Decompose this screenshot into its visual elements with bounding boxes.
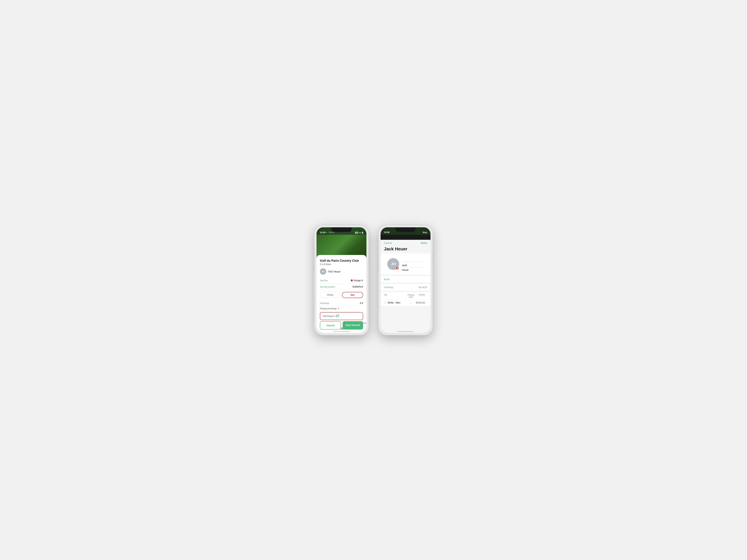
wifi-icon: ◂▸ [359,231,361,234]
playing-handicap-label: Playing handicap [320,307,337,310]
volume-up-button-2 [378,253,379,261]
signal-icon: ▐▐▐ [355,232,358,233]
detail-avatar-initials: JH [391,262,395,266]
tee-box-row[interactable]: Tee Box Rouge H [320,277,363,284]
tee-table-header: Tee Playing HCP CR/SR [384,292,427,300]
scoring-label: Scoring system [320,285,335,288]
add-players-icon [336,314,339,318]
net-button[interactable]: Net [342,292,363,298]
mute-button-2 [378,246,379,251]
status-time: 10:00 [320,231,326,234]
course-subtitle: 2 x 9 trous [320,263,363,265]
tee-col-header: Tee [384,294,406,299]
add-players-label: Add Players [323,315,334,317]
camera-icon: ▣ [396,267,398,269]
player-full-name: Jack Heuer [381,246,431,254]
done-button[interactable]: Done [421,241,427,244]
tee-box-value: Rouge H [351,279,363,282]
phones-container: 10:00 ▸ Search ▐▐▐ ◂▸ ▓ Golf du Par [314,225,433,335]
phone2-screen: 10:00 Run Cancel Done Jack Heuer [381,227,431,333]
handicap-row-2[interactable]: Handicap No HCP [384,284,427,291]
add-players-button[interactable]: Add Players [320,312,363,320]
status-time-2: 10:00 [384,231,389,233]
tee-radio-button[interactable] [384,302,386,304]
handicap-value-2: No HCP [418,286,427,289]
volume-down-button [314,264,314,272]
location-icon: ▸ [327,231,327,233]
phone2-frame: 10:00 Run Cancel Done Jack Heuer [379,225,433,335]
gross-button[interactable]: Gross [320,292,341,298]
scoring-value: Stableford [352,285,363,288]
first-name-input[interactable] [402,257,424,262]
cancel-button[interactable]: Cancel [320,321,341,330]
tee-row-white[interactable]: White - Men - 66.8/132 ⌄ [384,300,427,306]
email-row[interactable]: Email [384,276,427,283]
tee-name: White - Men [388,301,407,304]
handicap-row[interactable]: Handicap 4.0 [320,300,363,306]
handicap-value: 4.0 [360,302,363,304]
scoring-row[interactable]: Scoring system Stableford [320,284,363,290]
tee-hcp: - [407,301,416,304]
playing-handicap-value: 4 [338,307,339,310]
power-button [368,252,369,264]
notch [331,227,352,232]
gross-label: Gross [327,294,333,296]
phone2-content: Cancel Done Jack Heuer JH ▣ [381,235,431,333]
home-indicator-2 [397,331,414,332]
battery-icon: ▓ [362,232,363,233]
start-round-label: Start Round [346,324,360,327]
player-initials: TH [321,270,325,273]
chevron-down-icon: ⌄ [426,302,427,304]
email-label: Email [384,278,389,281]
tee-table: Tee Playing HCP CR/SR White - Men [381,292,431,306]
phone1-content: Golf du Paris Country Club 2 x 9 trous T… [316,235,366,333]
phone1-screen: 10:00 ▸ Search ▐▐▐ ◂▸ ▓ Golf du Par [316,227,366,333]
camera-badge[interactable]: ▣ [396,266,399,270]
player-avatar: TH [320,268,326,275]
cancel-label: Cancel [326,324,335,327]
detail-screen: Cancel Done Jack Heuer JH ▣ [381,235,431,333]
crsr-col-header: CR/SR [416,294,427,299]
action-buttons: Cancel Start Round [320,321,363,330]
detail-avatar: JH ▣ [387,258,399,270]
tee-box-name: Rouge H [354,279,363,282]
phone1-frame: 10:00 ▸ Search ▐▐▐ ◂▸ ▓ Golf du Par [314,225,368,335]
first-name-value: Jack [402,263,424,268]
hcp-col-header: Playing HCP [406,294,416,299]
avatar-fields: JH ▣ Jack Heuer [384,255,427,273]
course-title: Golf du Paris Country Club [320,259,363,263]
volume-up-button [314,253,314,261]
net-label: Net [351,294,355,296]
player-name: TAG Heuer [328,270,341,273]
detail-header: Cancel Done [381,240,431,246]
tee-dot-red [351,279,353,281]
name-fields: Jack Heuer [402,257,424,271]
start-round-button[interactable]: Start Round [343,321,363,330]
handicap-label-2: Handicap [384,286,393,288]
notch-2 [395,227,416,232]
cancel-button-2[interactable]: Cancel [384,241,392,244]
svg-point-1 [338,316,339,317]
dark-top [381,235,431,240]
svg-point-2 [339,315,339,315]
handicap-section: Handicap No HCP [381,284,431,291]
avatar-section: JH ▣ Jack Heuer [381,254,431,275]
gross-net-toggle: Gross Net [320,292,363,298]
volume-down-button-2 [378,264,379,272]
playing-handicap: Playing handicap 4 [320,306,363,311]
email-section: Email [381,276,431,283]
status-right: Run [423,230,427,234]
tee-box-label: Tee Box [320,279,328,282]
handicap-label: Handicap [320,302,329,304]
power-button-2 [433,252,433,264]
mute-button [314,246,314,251]
last-name-value: Heuer [402,268,424,271]
home-indicator [333,331,350,332]
tee-crsr: 66.8/132 ⌄ [416,301,427,304]
player-row: TH TAG Heuer [320,268,363,275]
status-icons: ▐▐▐ ◂▸ ▓ [355,231,363,234]
svg-point-0 [336,316,337,317]
